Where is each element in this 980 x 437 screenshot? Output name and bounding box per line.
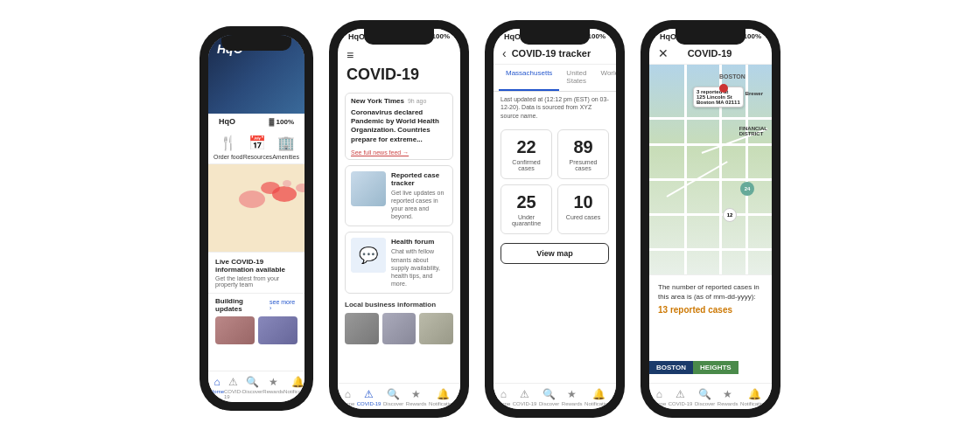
nav-discover-2[interactable]: 🔍 Discover [383, 388, 403, 406]
view-map-button[interactable]: View map [500, 243, 609, 264]
forum-desc: Chat with fellow tenants about supply av… [391, 247, 447, 287]
map-marker [719, 84, 728, 93]
reported-tracker-card[interactable]: Reported case tracker Get live updates o… [345, 165, 453, 226]
nav-notif-4[interactable]: 🔔 Notifications [740, 388, 769, 406]
nav-home-3[interactable]: ⌂ Home [496, 388, 510, 406]
boston-footer: BOSTON HEIGHTS [649, 361, 772, 374]
phone4-title: COVID-19 [688, 48, 732, 59]
phone-2: HqO ▓ 100% ≡ COVID-19 New York Times 9h … [329, 20, 469, 418]
financial-label: FINANCIALDISTRICT [739, 126, 767, 136]
phone2-nav: ⌂ Home ⚠ COVID-19 🔍 Discover ★ Rewards 🔔… [338, 383, 460, 409]
nav-covid-1[interactable]: ⚠ COVID-19 [224, 376, 242, 399]
phone1-nav: ⌂ Home ⚠ COVID-19 🔍 Discover ★ Rewards 🔔… [208, 371, 304, 402]
news-card[interactable]: New York Times 9h ago Coronavirus declar… [345, 93, 453, 161]
news-headline: Coronavirus declared Pandemic by World H… [346, 107, 452, 149]
map-view[interactable]: BOSTON Brewer FINANCIALDISTRICT 3 report… [649, 65, 772, 274]
map-pin[interactable]: 3 reported at 125 Lincoln St Boston MA 0… [693, 87, 744, 108]
phone4-case-info: The number of reported cases in this are… [649, 274, 772, 318]
street-marker-2: 24 [740, 182, 754, 196]
boston-map-label: BOSTON [719, 73, 746, 80]
phone-3: HqO ▓ 100% ‹ COVID-19 tracker Massachuse… [485, 20, 625, 418]
nav-home-2[interactable]: ⌂ Home [340, 388, 354, 406]
see-full-feed[interactable]: See full news feed → [346, 148, 452, 159]
hamburger-icon[interactable]: ≡ [346, 48, 452, 62]
nav-home-1[interactable]: ⌂ Home [210, 376, 224, 399]
resources-btn[interactable]: 📅 Resources [243, 135, 272, 160]
tab-massachusetts[interactable]: Massachusetts [499, 65, 559, 91]
tracker-thumb [351, 171, 386, 206]
back-button[interactable]: ‹ [502, 46, 507, 60]
quarantine-box: 25 Under quarantine [500, 184, 552, 234]
reported-count: 13 reported cases [658, 305, 763, 315]
tracker-screen-title: COVID-19 tracker [512, 48, 592, 59]
phone1-action-icons: 🍴 Order food 📅 Resources 🏢 Amenities [208, 128, 304, 164]
stats-grid: 22 Confirmed cases 89 Presumed cases 25 … [494, 124, 616, 239]
tab-bar: Massachusetts United States Worldwide [494, 65, 616, 92]
tracker-desc: Get live updates on reported cases in yo… [391, 189, 447, 220]
nav-discover-3[interactable]: 🔍 Discover [539, 388, 559, 406]
nav-rewards-1[interactable]: ★ Rewards [262, 376, 284, 399]
tab-worldwide[interactable]: Worldwide [593, 65, 616, 91]
presumed-cases-box: 89 Presumed cases [557, 129, 609, 179]
forum-thumb: 💬 [351, 238, 386, 273]
nav-rewards-3[interactable]: ★ Rewards [562, 388, 583, 406]
nav-notif-1[interactable]: 🔔 Notifications [284, 376, 304, 399]
nav-notif-3[interactable]: 🔔 Notifications [584, 388, 613, 406]
phone1-status: HqO ▓ 100% [208, 114, 304, 128]
nav-notif-2[interactable]: 🔔 Notifications [429, 388, 458, 406]
forum-title: Health forum [391, 238, 447, 246]
phone1-world-map [208, 164, 304, 252]
biz-thumb-2 [382, 313, 416, 344]
biz-thumbnails [338, 313, 460, 344]
nav-home-4[interactable]: ⌂ Home [652, 388, 666, 406]
covid19-title: COVID-19 [346, 66, 452, 84]
biz-thumb-1 [345, 313, 379, 344]
phone3-header: ‹ COVID-19 tracker [494, 43, 616, 65]
tab-united-states[interactable]: United States [559, 65, 593, 91]
biz-thumb-3 [419, 313, 453, 344]
confirmed-cases-box: 22 Confirmed cases [500, 129, 552, 179]
phone-1: HqO HqO ▓ 100% 🍴 Order food 📅 Resources … [200, 26, 313, 411]
close-button[interactable]: ✕ [658, 46, 668, 60]
tracker-meta: Last updated at (12:12 pm (EST) on 03-12… [494, 92, 616, 124]
nav-rewards-4[interactable]: ★ Rewards [718, 388, 738, 406]
nav-rewards-2[interactable]: ★ Rewards [406, 388, 427, 406]
phone3-nav: ⌂ Home ⚠ COVID-19 🔍 Discover ★ Rewards 🔔… [494, 383, 616, 409]
nav-discover-1[interactable]: 🔍 Discover [242, 376, 262, 399]
health-forum-card[interactable]: 💬 Health forum Chat with fellow tenants … [345, 232, 453, 293]
local-biz-title: Local business information [338, 299, 460, 310]
nyt-logo: New York Times [351, 97, 404, 105]
nav-covid-4[interactable]: ⚠ COVID-19 [668, 388, 693, 406]
phone1-building-updates: Building updates see more › [208, 293, 304, 348]
building-thumb-1 [215, 316, 255, 344]
nav-covid-3[interactable]: ⚠ COVID-19 [513, 388, 537, 406]
phone2-header: ≡ COVID-19 [338, 43, 460, 93]
cured-cases-box: 10 Cured cases [557, 184, 609, 234]
phone4-header: ✕ COVID-19 [649, 43, 772, 65]
building-thumb-2 [258, 316, 298, 344]
order-food-btn[interactable]: 🍴 Order food [214, 135, 242, 160]
phone1-covid-info: Live COVID-19 information available Get … [208, 252, 304, 293]
phone-4: HqO ▓ 100% ✕ COVID-19 BOSTON Brewer FIN [640, 20, 780, 418]
brewer-label: Brewer [746, 91, 763, 96]
amenities-btn[interactable]: 🏢 Amenities [272, 135, 299, 160]
news-time: 9h ago [408, 98, 426, 104]
phone4-nav: ⌂ Home ⚠ COVID-19 🔍 Discover ★ Rewards 🔔… [649, 383, 772, 409]
street-marker-1: 12 [723, 208, 737, 222]
nav-covid-2[interactable]: ⚠ COVID-19 [357, 388, 382, 406]
nav-discover-4[interactable]: 🔍 Discover [695, 388, 715, 406]
tracker-title: Reported case tracker [391, 171, 447, 187]
